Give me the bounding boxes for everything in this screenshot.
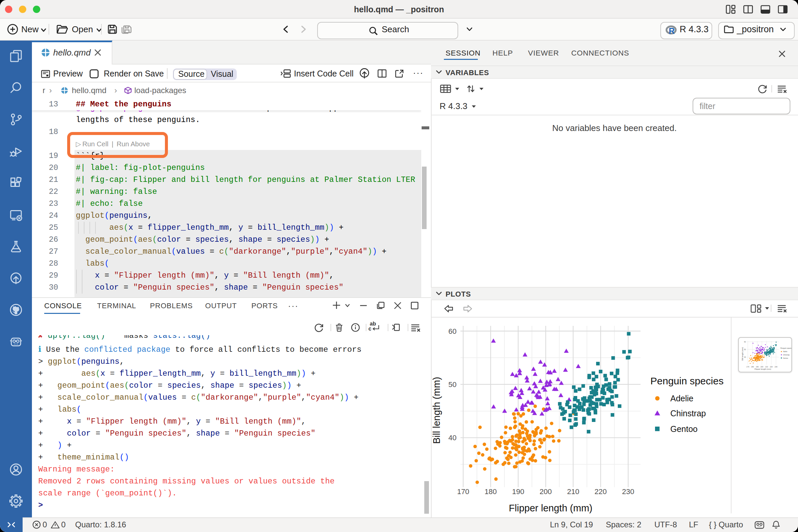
svg-text:Chinstrap: Chinstrap — [783, 354, 790, 356]
svg-text:Bill length (mm): Bill length (mm) — [741, 347, 743, 360]
svg-text:180: 180 — [751, 366, 754, 368]
svg-text:50: 50 — [449, 380, 457, 389]
svg-text:60: 60 — [744, 341, 746, 343]
svg-text:210: 210 — [765, 366, 768, 368]
svg-text:220: 220 — [770, 366, 773, 368]
svg-text:200: 200 — [540, 488, 552, 496]
svg-text:Gentoo: Gentoo — [670, 424, 698, 434]
svg-text:230: 230 — [622, 488, 634, 496]
svg-text:210: 210 — [567, 488, 579, 496]
svg-text:R: R — [669, 26, 674, 35]
svg-text:Chinstrap: Chinstrap — [670, 408, 706, 418]
svg-text:Penguin species: Penguin species — [780, 347, 792, 349]
svg-text:220: 220 — [594, 488, 607, 496]
svg-text:60: 60 — [449, 327, 457, 336]
svg-text:Bill length (mm): Bill length (mm) — [431, 377, 442, 443]
svg-text:230: 230 — [775, 366, 778, 368]
svg-text:190: 190 — [756, 366, 759, 368]
svg-text:40: 40 — [449, 434, 457, 442]
svg-text:Flipper length (mm): Flipper length (mm) — [509, 503, 592, 513]
svg-text:Adelie: Adelie — [670, 394, 694, 403]
svg-text:40: 40 — [744, 356, 746, 358]
svg-text:Adelie: Adelie — [783, 351, 787, 353]
svg-text:180: 180 — [484, 488, 497, 496]
svg-text:200: 200 — [760, 366, 763, 368]
svg-text:Penguin species: Penguin species — [650, 375, 723, 386]
svg-text:170: 170 — [457, 488, 470, 496]
svg-text:170: 170 — [746, 366, 749, 368]
svg-text:Gentoo: Gentoo — [783, 358, 788, 359]
svg-text:190: 190 — [512, 488, 524, 496]
svg-text:Flipper length (mm): Flipper length (mm) — [755, 368, 771, 370]
svg-text:50: 50 — [744, 348, 746, 350]
